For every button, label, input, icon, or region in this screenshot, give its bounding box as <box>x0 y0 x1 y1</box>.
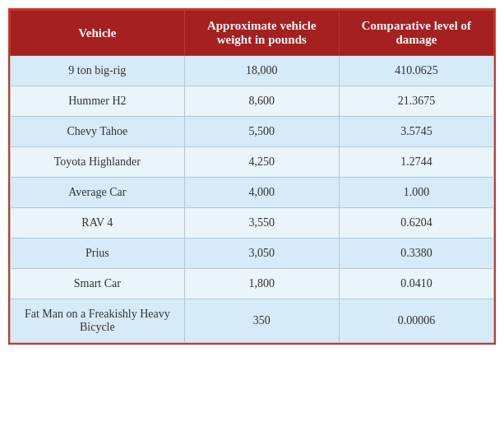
table-row: Toyota Highlander4,2501.2744 <box>11 147 494 178</box>
cell-weight: 350 <box>184 299 339 343</box>
table-row: Hummer H28,60021.3675 <box>11 86 494 117</box>
cell-weight: 3,550 <box>184 208 339 239</box>
cell-vehicle: Hummer H2 <box>11 86 185 117</box>
table-row: Chevy Tahoe5,5003.5745 <box>11 117 494 147</box>
cell-vehicle: Fat Man on a Freakishly Heavy Bicycle <box>11 299 185 343</box>
cell-vehicle: Prius <box>11 239 185 269</box>
table-row: Smart Car1,8000.0410 <box>11 269 494 299</box>
table-row: RAV 43,5500.6204 <box>11 208 494 239</box>
cell-weight: 3,050 <box>184 239 339 269</box>
vehicle-damage-table: Vehicle Approximate vehicle weight in po… <box>10 10 494 343</box>
cell-damage: 3.5745 <box>339 117 493 147</box>
cell-damage: 1.2744 <box>339 147 493 178</box>
cell-weight: 1,800 <box>184 269 339 299</box>
table-row: 9 ton big-rig18,000410.0625 <box>11 56 494 86</box>
cell-damage: 0.0410 <box>339 269 493 299</box>
table-row: Average Car4,0001.000 <box>11 178 494 208</box>
cell-vehicle: Chevy Tahoe <box>11 117 185 147</box>
cell-damage: 21.3675 <box>339 86 493 117</box>
cell-weight: 5,500 <box>184 117 339 147</box>
header-row: Vehicle Approximate vehicle weight in po… <box>11 11 494 56</box>
main-table-container: Vehicle Approximate vehicle weight in po… <box>8 8 496 345</box>
table-row: Prius3,0500.3380 <box>11 239 494 269</box>
cell-vehicle: RAV 4 <box>11 208 185 239</box>
cell-weight: 4,000 <box>184 178 339 208</box>
header-vehicle: Vehicle <box>11 11 185 56</box>
cell-damage: 0.00006 <box>339 299 493 343</box>
cell-vehicle: 9 ton big-rig <box>11 56 185 86</box>
header-damage: Comparative level of damage <box>339 11 493 56</box>
cell-vehicle: Toyota Highlander <box>11 147 185 178</box>
cell-damage: 1.000 <box>339 178 493 208</box>
cell-vehicle: Average Car <box>11 178 185 208</box>
cell-weight: 8,600 <box>184 86 339 117</box>
cell-vehicle: Smart Car <box>11 269 185 299</box>
table-row: Fat Man on a Freakishly Heavy Bicycle350… <box>11 299 494 343</box>
cell-weight: 4,250 <box>184 147 339 178</box>
cell-damage: 0.3380 <box>339 239 493 269</box>
cell-damage: 0.6204 <box>339 208 493 239</box>
cell-weight: 18,000 <box>184 56 339 86</box>
header-weight: Approximate vehicle weight in pounds <box>184 11 339 56</box>
cell-damage: 410.0625 <box>339 56 493 86</box>
